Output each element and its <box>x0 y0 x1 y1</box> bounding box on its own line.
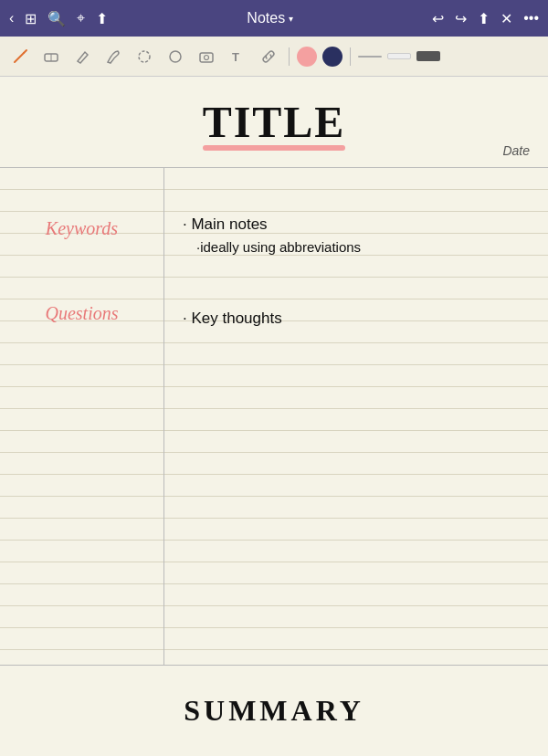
main-note: · Main notes <box>183 214 268 236</box>
svg-point-4 <box>139 51 150 62</box>
navy-color[interactable] <box>322 47 342 67</box>
bookmark-icon[interactable]: ⌖ <box>77 10 85 26</box>
title-text: Notes <box>247 10 285 26</box>
title-underline <box>203 145 346 151</box>
nav-left: ‹ ⊞ 🔍 ⌖ ⬆ <box>9 10 108 27</box>
nav-right: ↩ ↪ ⬆ ✕ ••• <box>432 10 539 27</box>
svg-point-7 <box>205 55 209 59</box>
marker-tool[interactable] <box>100 44 126 69</box>
pink-color[interactable] <box>297 47 317 67</box>
separator-2 <box>350 47 351 66</box>
svg-point-5 <box>170 51 181 62</box>
more-icon[interactable]: ••• <box>523 10 539 26</box>
lined-area: Keywords Questions · Main notes ·ideally… <box>0 168 548 665</box>
pen-tool[interactable] <box>69 44 95 69</box>
pencil-tool[interactable] <box>7 44 33 69</box>
right-column: · Main notes ·ideally using abbreviation… <box>164 168 548 665</box>
notebook-title: TITLE <box>203 97 346 147</box>
dark-line-style[interactable] <box>416 51 440 61</box>
summary-section: SUMMARY <box>0 665 548 756</box>
summary-label: SUMMARY <box>184 694 364 728</box>
camera-tool[interactable] <box>194 44 219 69</box>
svg-text:T: T <box>232 50 239 64</box>
share-icon[interactable]: ⬆ <box>96 10 108 27</box>
separator-1 <box>289 47 290 66</box>
white-line-style[interactable] <box>387 53 411 59</box>
eraser-tool[interactable] <box>38 44 64 69</box>
toolbar: T <box>0 37 548 77</box>
grid-icon[interactable]: ⊞ <box>25 10 37 27</box>
date-label[interactable]: Date <box>502 143 530 158</box>
chevron-icon: ▾ <box>289 14 293 24</box>
redo-icon[interactable]: ↪ <box>455 10 467 27</box>
link-tool[interactable] <box>256 44 281 69</box>
svg-rect-6 <box>200 53 213 62</box>
close-icon[interactable]: ✕ <box>501 10 512 27</box>
keywords-label: Keywords <box>0 218 163 239</box>
nav-title[interactable]: Notes ▾ <box>247 10 293 26</box>
svg-line-0 <box>15 53 24 62</box>
svg-line-1 <box>24 50 26 53</box>
export-icon[interactable]: ⬆ <box>478 10 490 27</box>
text-tool[interactable]: T <box>225 44 250 69</box>
notebook: TITLE Date Keywords Questions · Main not… <box>0 77 548 756</box>
back-icon[interactable]: ‹ <box>9 10 14 26</box>
lasso-tool[interactable] <box>132 44 157 69</box>
undo-icon[interactable]: ↩ <box>432 10 444 27</box>
main-body: Keywords Questions · Main notes ·ideally… <box>0 168 548 756</box>
shapes-tool[interactable] <box>163 44 188 69</box>
title-section: TITLE Date <box>0 77 548 168</box>
search-icon[interactable]: 🔍 <box>47 10 66 27</box>
key-thoughts: · Key thoughts <box>183 308 282 330</box>
sub-note: ·ideally using abbreviations <box>196 236 361 258</box>
nav-bar: ‹ ⊞ 🔍 ⌖ ⬆ Notes ▾ ↩ ↪ ⬆ ✕ ••• <box>0 0 548 37</box>
thin-line-style[interactable] <box>358 56 382 58</box>
left-column: Keywords Questions <box>0 168 164 665</box>
questions-label: Questions <box>0 303 163 324</box>
